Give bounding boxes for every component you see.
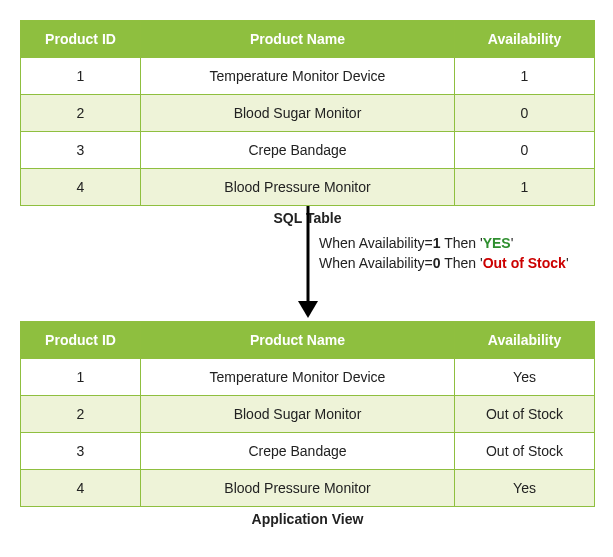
table-header-row: Product ID Product Name Availability xyxy=(21,21,595,58)
col-product-name: Product Name xyxy=(141,322,455,359)
down-arrow-icon xyxy=(296,206,320,321)
rule-line-2: When Availability=0 Then 'Out of Stock' xyxy=(319,254,569,274)
col-product-name: Product Name xyxy=(141,21,455,58)
table-row: 4 Blood Pressure Monitor 1 xyxy=(21,169,595,206)
cell-avail: Out of Stock xyxy=(455,396,595,433)
rule-line-1: When Availability=1 Then 'YES' xyxy=(319,234,569,254)
cell-name: Temperature Monitor Device xyxy=(141,58,455,95)
table-row: 1 Temperature Monitor Device Yes xyxy=(21,359,595,396)
svg-marker-1 xyxy=(298,301,318,318)
cell-id: 1 xyxy=(21,359,141,396)
table-row: 3 Crepe Bandage 0 xyxy=(21,132,595,169)
table-row: 4 Blood Pressure Monitor Yes xyxy=(21,470,595,507)
table-header-row: Product ID Product Name Availability xyxy=(21,322,595,359)
cell-id: 3 xyxy=(21,132,141,169)
cell-name: Crepe Bandage xyxy=(141,132,455,169)
cell-avail: Yes xyxy=(455,470,595,507)
cell-avail: 1 xyxy=(455,169,595,206)
cell-avail: Out of Stock xyxy=(455,433,595,470)
cell-avail: 0 xyxy=(455,132,595,169)
sql-table: Product ID Product Name Availability 1 T… xyxy=(20,20,595,206)
table-row: 3 Crepe Bandage Out of Stock xyxy=(21,433,595,470)
cell-name: Blood Sugar Monitor xyxy=(141,95,455,132)
cell-name: Temperature Monitor Device xyxy=(141,359,455,396)
col-availability: Availability xyxy=(455,322,595,359)
application-view-caption: Application View xyxy=(20,511,595,527)
cell-avail: Yes xyxy=(455,359,595,396)
cell-avail: 1 xyxy=(455,58,595,95)
cell-id: 2 xyxy=(21,396,141,433)
cell-name: Crepe Bandage xyxy=(141,433,455,470)
cell-name: Blood Sugar Monitor xyxy=(141,396,455,433)
cell-id: 4 xyxy=(21,169,141,206)
transform-rules: When Availability=1 Then 'YES' When Avai… xyxy=(319,234,569,273)
col-product-id: Product ID xyxy=(21,21,141,58)
cell-avail: 0 xyxy=(455,95,595,132)
cell-id: 3 xyxy=(21,433,141,470)
col-availability: Availability xyxy=(455,21,595,58)
cell-id: 4 xyxy=(21,470,141,507)
table-row: 2 Blood Sugar Monitor 0 xyxy=(21,95,595,132)
transform-area: SQL Table When Availability=1 Then 'YES'… xyxy=(20,206,595,321)
application-view-table: Product ID Product Name Availability 1 T… xyxy=(20,321,595,507)
cell-id: 2 xyxy=(21,95,141,132)
table-row: 1 Temperature Monitor Device 1 xyxy=(21,58,595,95)
table-row: 2 Blood Sugar Monitor Out of Stock xyxy=(21,396,595,433)
col-product-id: Product ID xyxy=(21,322,141,359)
cell-name: Blood Pressure Monitor xyxy=(141,470,455,507)
cell-id: 1 xyxy=(21,58,141,95)
cell-name: Blood Pressure Monitor xyxy=(141,169,455,206)
